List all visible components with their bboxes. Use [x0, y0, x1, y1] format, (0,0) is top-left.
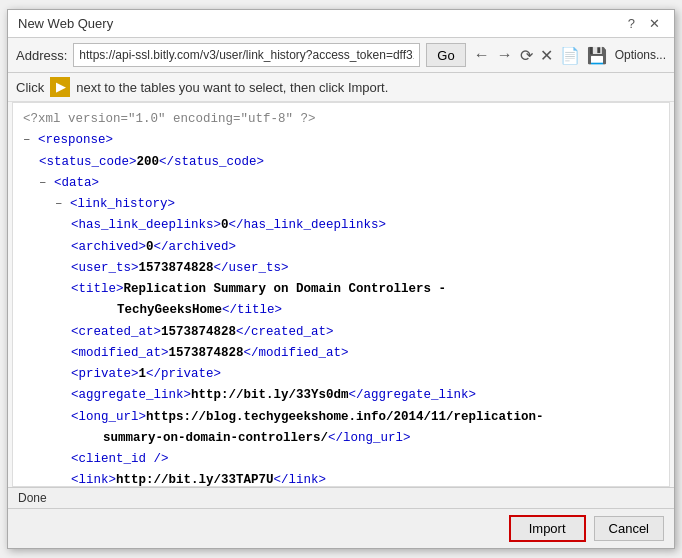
close-button[interactable]: ✕ [645, 16, 664, 31]
xml-line: <private>1</private> [23, 364, 659, 385]
forward-icon[interactable]: → [495, 45, 515, 65]
title-bar: New Web Query ? ✕ [8, 10, 674, 38]
address-label: Address: [16, 48, 67, 63]
xml-line: <client_id /> [23, 449, 659, 470]
stop-icon[interactable]: ✕ [538, 45, 555, 66]
xml-line: <modified_at>1573874828</modified_at> [23, 343, 659, 364]
xml-line: – <link_history> [23, 194, 659, 215]
click-label: Click [16, 80, 44, 95]
xml-line: TechyGeeksHome</title> [23, 300, 659, 321]
help-button[interactable]: ? [624, 16, 639, 31]
address-input[interactable] [73, 43, 420, 67]
xml-line: <long_url>https://blog.techygeekshome.in… [23, 407, 659, 428]
click-bar: Click ▶ next to the tables you want to s… [8, 73, 674, 102]
back-icon[interactable]: ← [472, 45, 492, 65]
xml-line: <has_link_deeplinks>0</has_link_deeplink… [23, 215, 659, 236]
toolbar-icons: ← → ⟳ ✕ 📄 💾 [472, 45, 609, 66]
status-text: Done [18, 491, 47, 505]
arrow-icon: ▶ [50, 77, 70, 97]
xml-proc-instr: <?xml version="1.0" encoding="utf-8" ?> [23, 109, 659, 130]
xml-line: summary-on-domain-controllers/</long_url… [23, 428, 659, 449]
options-button[interactable]: Options... [615, 48, 666, 62]
save-icon[interactable]: 💾 [585, 45, 609, 66]
xml-line: <aggregate_link>http://bit.ly/33Ys0dm</a… [23, 385, 659, 406]
bottom-bar: Import Cancel [8, 508, 674, 548]
xml-line: <created_at>1573874828</created_at> [23, 322, 659, 343]
xml-line: <title>Replication Summary on Domain Con… [23, 279, 659, 300]
title-bar-controls: ? ✕ [624, 16, 664, 31]
xml-line: <status_code>200</status_code> [23, 152, 659, 173]
xml-line: – <data> [23, 173, 659, 194]
refresh-icon[interactable]: ⟳ [518, 45, 535, 66]
xml-line: <link>http://bit.ly/33TAP7U</link> [23, 470, 659, 487]
cancel-button[interactable]: Cancel [594, 516, 664, 541]
dialog-title: New Web Query [18, 16, 113, 31]
import-button[interactable]: Import [509, 515, 586, 542]
address-bar: Address: Go ← → ⟳ ✕ 📄 💾 Options... [8, 38, 674, 73]
xml-line: <archived>0</archived> [23, 237, 659, 258]
xml-line: – <response> [23, 130, 659, 151]
dialog: New Web Query ? ✕ Address: Go ← → ⟳ ✕ 📄 … [7, 9, 675, 549]
xml-content-area[interactable]: <?xml version="1.0" encoding="utf-8" ?> … [12, 102, 670, 487]
go-button[interactable]: Go [426, 43, 465, 67]
page-icon[interactable]: 📄 [558, 45, 582, 66]
status-bar: Done [8, 487, 674, 508]
xml-line: <user_ts>1573874828</user_ts> [23, 258, 659, 279]
click-instruction: next to the tables you want to select, t… [76, 80, 388, 95]
